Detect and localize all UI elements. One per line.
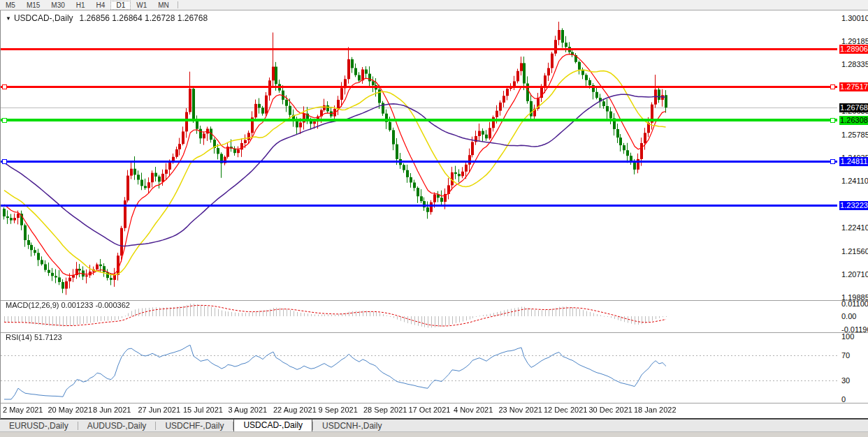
tab-usdchf-daily[interactable]: USDCHF-,Daily [156, 420, 233, 432]
tab-audusd-daily[interactable]: AUDUSD-,Daily [78, 420, 156, 432]
date-label: 18 Jan 2022 [634, 406, 677, 414]
level-handle[interactable] [830, 118, 835, 123]
price-axis-label: 1.30010 [841, 14, 868, 22]
period-button-h1[interactable]: H1 [71, 1, 91, 10]
date-label: 8 Jun 2021 [93, 406, 131, 414]
chart-title: ▼USDCAD-,Daily1.26856 1.26864 1.26728 1.… [6, 13, 208, 23]
level-line-1.27517[interactable] [1, 86, 837, 88]
level-line-1.26308[interactable] [1, 119, 837, 121]
chart-tab-bar: EURUSD-,DailyAUDUSD-,DailyUSDCHF-,DailyU… [0, 419, 868, 432]
period-button-mn[interactable]: MN [152, 1, 175, 10]
price-axis-label: 1.21560 [841, 247, 868, 255]
date-label: 28 Sep 2021 [363, 406, 407, 414]
date-label: 9 Sep 2021 [319, 406, 358, 414]
date-label: 3 Aug 2021 [229, 406, 268, 414]
date-label: 30 Dec 2021 [589, 406, 632, 414]
date-label: 23 Nov 2021 [499, 406, 542, 414]
pane-separator[interactable] [1, 300, 868, 301]
period-button-d1[interactable]: D1 [110, 1, 131, 10]
price-axis-label: 1.20710 [841, 270, 868, 279]
price-badge-1.28906: 1.28906 [839, 45, 868, 54]
symbol-dropdown-icon[interactable]: ▼ [6, 15, 11, 22]
price-badge-1.24811: 1.24811 [839, 157, 868, 166]
chart-canvas[interactable] [1, 10, 837, 418]
period-button-m15[interactable]: M15 [21, 1, 45, 10]
price-axis-label: 1.25785 [841, 131, 868, 139]
symbol-label: USDCAD-,Daily [14, 13, 73, 23]
date-label: 22 Aug 2021 [273, 406, 317, 414]
toolbar-separator [178, 1, 178, 8]
price-badge-1.26308: 1.26308 [839, 116, 868, 125]
date-label: 12 Dec 2021 [544, 406, 587, 414]
level-handle[interactable] [830, 159, 835, 164]
date-label: 15 Jul 2021 [183, 406, 223, 414]
date-label: 27 Jun 2021 [138, 406, 181, 414]
tab-usdcnh-daily[interactable]: USDCNH-,Daily [313, 420, 391, 432]
level-handle[interactable] [2, 118, 7, 123]
period-button-m30[interactable]: M30 [45, 1, 70, 10]
rsi-pane-label: RSI(14) 51.7123 [6, 333, 62, 341]
rsi-axis-label: 100 [841, 332, 854, 341]
price-badge-1.27517: 1.27517 [839, 82, 868, 91]
level-line-1.28906[interactable] [1, 48, 837, 50]
level-handle[interactable] [2, 84, 7, 89]
rsi-axis-label: 30 [841, 376, 850, 385]
date-label: 4 Nov 2021 [454, 406, 493, 414]
price-axis-label: 1.24110 [841, 177, 868, 185]
level-line-1.23223[interactable] [1, 205, 837, 207]
macd-pane-label: MACD(12,26,9) 0.001233 -0.000362 [6, 301, 130, 309]
ohlc-readout: 1.26856 1.26864 1.26728 1.26768 [80, 13, 208, 23]
status-strip [0, 431, 868, 437]
macd-axis-label: 0.00 [841, 312, 856, 320]
level-handle[interactable] [2, 159, 7, 164]
level-handle[interactable] [830, 84, 835, 89]
date-label: 17 Oct 2021 [409, 406, 451, 414]
period-button-w1[interactable]: W1 [131, 1, 152, 10]
date-label: 20 May 2021 [48, 406, 93, 414]
tab-usdcad-daily[interactable]: USDCAD-,Daily [233, 419, 312, 432]
price-axis-label: 1.22410 [841, 223, 868, 232]
pane-separator[interactable] [1, 332, 868, 333]
level-line-1.24811[interactable] [1, 161, 837, 163]
tab-eurusd-daily[interactable]: EURUSD-,Daily [0, 420, 78, 432]
price-badge-1.23223: 1.23223 [839, 201, 868, 210]
pane-separator[interactable] [1, 403, 868, 403]
price-axis-label: 1.28335 [841, 60, 868, 68]
chart-window: ▼USDCAD-,Daily1.26856 1.26864 1.26728 1.… [0, 10, 868, 419]
timeframe-toolbar: M5M15M30H1H4D1W1MN [0, 0, 868, 10]
date-label: 2 May 2021 [3, 406, 43, 414]
period-button-h4[interactable]: H4 [91, 1, 111, 10]
period-button-m5[interactable]: M5 [0, 1, 21, 10]
price-badge-1.26768: 1.26768 [839, 103, 868, 112]
rsi-axis-label: 70 [841, 351, 850, 360]
